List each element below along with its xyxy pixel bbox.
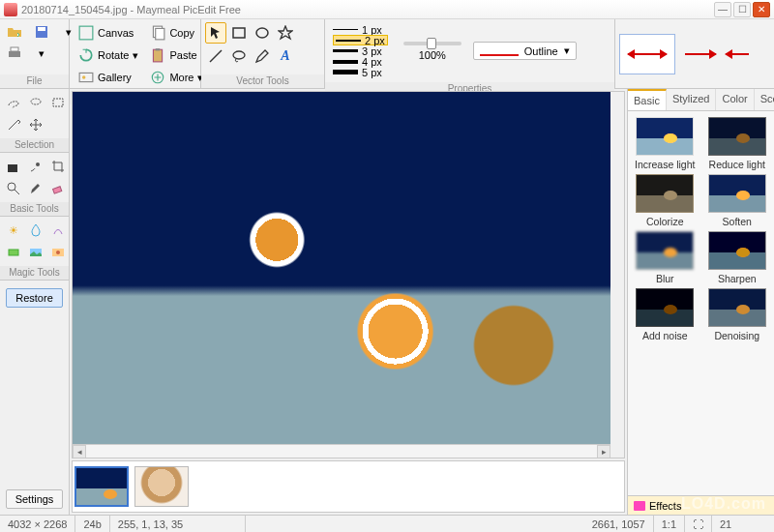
- canvas-wrap: ◂ ▸: [72, 91, 625, 458]
- gallery-button[interactable]: Gallery: [74, 67, 143, 88]
- effect-colorize[interactable]: Colorize: [632, 174, 699, 227]
- tab-scene[interactable]: Scene: [755, 89, 774, 110]
- status-dimensions: 4032 × 2268: [0, 516, 75, 532]
- magic-scenic-button[interactable]: [25, 242, 46, 263]
- effect-blur[interactable]: Blur: [632, 231, 699, 284]
- magic-drop-button[interactable]: [25, 220, 46, 241]
- magic-sun-button[interactable]: ☀: [3, 220, 24, 241]
- status-fit-button[interactable]: 1:1: [654, 516, 685, 532]
- effects-tabs: Basic Stylized Color Scene: [628, 89, 774, 111]
- effects-category-tab[interactable]: Effects: [628, 495, 774, 515]
- arrow-preset-right[interactable]: [685, 53, 716, 55]
- select-lasso-button[interactable]: [25, 92, 46, 113]
- save-icon[interactable]: [31, 22, 52, 42]
- effect-add-noise[interactable]: Add noise: [632, 288, 699, 341]
- select-rect-button[interactable]: [47, 92, 69, 113]
- svg-rect-2: [9, 51, 20, 57]
- effect-increase-light[interactable]: Increase light: [632, 117, 699, 170]
- arrow-preset-left[interactable]: [726, 53, 749, 55]
- svg-rect-20: [53, 187, 62, 193]
- svg-point-24: [56, 251, 60, 254]
- tab-basic[interactable]: Basic: [628, 89, 667, 110]
- vector-rectangle-button[interactable]: [228, 22, 250, 44]
- vector-lasso-button[interactable]: [228, 45, 250, 67]
- svg-point-13: [256, 28, 268, 38]
- rotate-button[interactable]: Rotate▾: [74, 44, 143, 66]
- fill-button[interactable]: [3, 156, 24, 177]
- status-rgba: 255, 1, 13, 35: [110, 516, 246, 532]
- crop-button[interactable]: [47, 156, 69, 177]
- scroll-right-icon[interactable]: ▸: [597, 445, 610, 458]
- copy-label: Copy: [169, 27, 194, 39]
- tab-stylized[interactable]: Stylized: [667, 89, 717, 110]
- more-label: More: [169, 72, 194, 83]
- maximize-button[interactable]: ☐: [733, 2, 751, 17]
- restore-button[interactable]: Restore: [6, 288, 63, 308]
- print-dropdown-icon[interactable]: ▾: [31, 44, 52, 63]
- toolbox-selection-label: Selection: [0, 138, 69, 152]
- vector-text-button[interactable]: A: [275, 45, 296, 67]
- eraser-button[interactable]: [47, 178, 69, 199]
- svg-point-18: [36, 163, 40, 166]
- scrollbar-horizontal[interactable]: ◂ ▸: [73, 444, 610, 458]
- vector-line-button[interactable]: [205, 45, 226, 67]
- outline-dropdown[interactable]: Outline ▾: [473, 42, 577, 60]
- copy-button[interactable]: Copy: [145, 22, 208, 44]
- status-fit-icon[interactable]: ⛶: [685, 516, 712, 532]
- main-area: Selection Basic Tools ☀ Magic Too: [0, 89, 774, 515]
- select-move-button[interactable]: [25, 114, 46, 135]
- print-icon[interactable]: [4, 44, 25, 63]
- select-rope-button[interactable]: [3, 92, 24, 113]
- svg-rect-3: [11, 47, 18, 51]
- more-button[interactable]: More▾: [145, 67, 208, 88]
- stroke-width-list[interactable]: 1 px 2 px 3 px 4 px 5 px: [329, 22, 392, 79]
- image-view[interactable]: [73, 92, 610, 444]
- svg-rect-1: [38, 27, 45, 31]
- toolbox: Selection Basic Tools ☀ Magic Too: [0, 89, 70, 515]
- settings-button[interactable]: Settings: [6, 489, 63, 509]
- effect-sharpen[interactable]: Sharpen: [704, 231, 771, 284]
- svg-rect-10: [156, 48, 161, 50]
- tab-color[interactable]: Color: [716, 89, 754, 110]
- group-file: ▾ ▾ File: [0, 19, 70, 88]
- magic-smudge-button[interactable]: [47, 220, 69, 241]
- brush-button[interactable]: [25, 178, 46, 199]
- canvas-area: ◂ ▸: [70, 89, 627, 515]
- canvas-label: Canvas: [98, 27, 134, 39]
- opacity-slider[interactable]: [403, 42, 461, 45]
- thumbnail-1[interactable]: [74, 466, 129, 507]
- status-cursor-pos: 2661, 1057: [584, 516, 654, 532]
- vector-star-button[interactable]: [275, 22, 296, 44]
- group-properties: 1 px 2 px 3 px 4 px 5 px 100% Outline ▾ …: [325, 19, 615, 88]
- eyedropper-button[interactable]: [25, 156, 46, 177]
- effect-soften[interactable]: Soften: [704, 174, 771, 227]
- status-zoom[interactable]: 21: [712, 516, 774, 532]
- open-icon[interactable]: [4, 22, 25, 42]
- chevron-down-icon: ▾: [564, 44, 570, 57]
- magic-portrait-button[interactable]: [47, 242, 69, 263]
- arrow-preset-double[interactable]: [619, 34, 675, 74]
- thumbnail-strip: [72, 460, 625, 513]
- svg-rect-16: [53, 99, 63, 106]
- group-vector-label: Vector Tools: [201, 74, 324, 88]
- close-button[interactable]: ✕: [753, 2, 770, 17]
- thumbnail-2[interactable]: [134, 466, 189, 507]
- paste-button[interactable]: Paste: [145, 44, 208, 66]
- select-magic-button[interactable]: [3, 114, 24, 135]
- minimize-button[interactable]: —: [714, 2, 731, 17]
- px-5-label: 5 px: [362, 67, 382, 78]
- svg-rect-9: [154, 49, 163, 62]
- canvas-button[interactable]: Canvas: [74, 22, 143, 44]
- vector-ellipse-button[interactable]: [252, 22, 273, 44]
- zoom-button[interactable]: [3, 178, 24, 199]
- vector-pointer-button[interactable]: [205, 22, 226, 44]
- svg-point-6: [82, 75, 85, 78]
- effect-reduce-light[interactable]: Reduce light: [704, 117, 771, 170]
- paste-label: Paste: [169, 49, 196, 61]
- magic-heal-button[interactable]: [3, 242, 24, 263]
- folder-icon: [634, 501, 645, 511]
- effects-tab-label: Effects: [649, 500, 681, 512]
- scroll-left-icon[interactable]: ◂: [73, 445, 86, 458]
- vector-pen-button[interactable]: [252, 45, 273, 67]
- effect-denoising[interactable]: Denoising: [704, 288, 771, 341]
